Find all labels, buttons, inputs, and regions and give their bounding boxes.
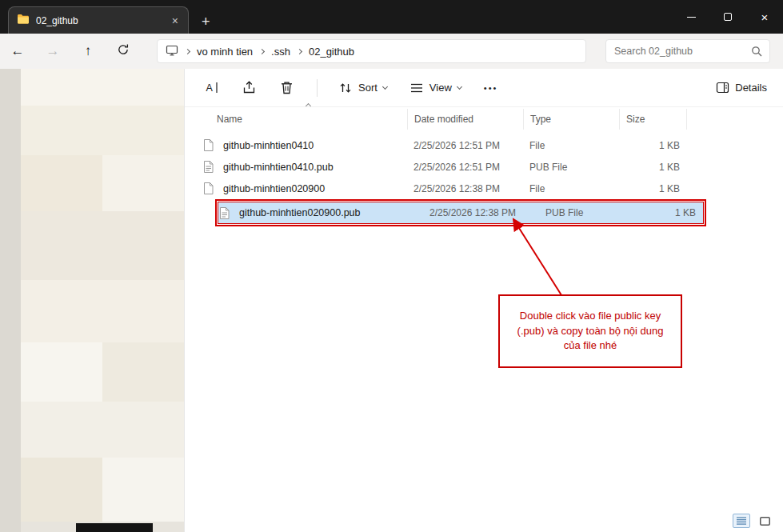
- column-header-date-modified[interactable]: Date modified: [407, 109, 523, 130]
- back-button[interactable]: ←: [0, 43, 35, 59]
- details-view-icon: [737, 517, 746, 525]
- view-icon: [409, 82, 424, 94]
- share-button[interactable]: [242, 80, 257, 95]
- column-header-end-divider: [686, 109, 693, 130]
- view-label: View: [429, 82, 452, 94]
- delete-button[interactable]: [279, 80, 294, 95]
- column-header-type[interactable]: Type: [523, 109, 619, 130]
- refresh-button[interactable]: [106, 43, 141, 60]
- sort-label: Sort: [358, 82, 378, 94]
- file-name: github-minhtien020900: [222, 183, 407, 194]
- file-type: PUB File: [523, 162, 619, 173]
- chevron-down-icon: [457, 83, 462, 89]
- explorer-content: A Sort View ••• Details: [184, 69, 783, 532]
- navigation-bar: ← → ↑ vo minh tien .ssh 02_github: [0, 34, 783, 69]
- file-size: 1 KB: [619, 162, 686, 173]
- table-row-selected[interactable]: github-minhtien020900.pub 2/25/2026 12:3…: [218, 202, 703, 223]
- trash-icon: [279, 80, 294, 95]
- search-box: [605, 39, 770, 63]
- more-options-button[interactable]: •••: [484, 83, 498, 93]
- maximize-button[interactable]: [709, 0, 746, 34]
- svg-text:A: A: [206, 82, 214, 94]
- refresh-icon: [117, 43, 130, 56]
- large-icons-view-toggle[interactable]: [756, 514, 773, 528]
- file-size: 1 KB: [635, 207, 702, 218]
- taskbar-fragment: [76, 523, 153, 532]
- file-list: github-minhtien0410 2/25/2026 12:51 PM F…: [185, 134, 783, 226]
- file-name: github-minhtien0410.pub: [222, 162, 407, 173]
- column-header-row: Name Date modified Type Size: [185, 109, 783, 130]
- table-row[interactable]: github-minhtien020900 2/25/2026 12:38 PM…: [202, 178, 686, 199]
- minimize-button[interactable]: [673, 0, 709, 34]
- tab-title: 02_github: [36, 15, 170, 26]
- breadcrumb-item-user[interactable]: vo minh tien: [190, 46, 260, 58]
- file-icon: [202, 182, 222, 195]
- file-date-modified: 2/25/2026 12:38 PM: [423, 207, 539, 218]
- file-icon: [202, 138, 222, 152]
- desktop-background: [0, 69, 184, 532]
- document-icon: [202, 160, 222, 174]
- screen: 02_github × + × ← → ↑ vo minh tien .ssh …: [0, 0, 783, 532]
- details-label: Details: [735, 82, 767, 94]
- large-icons-view-icon: [760, 517, 770, 526]
- toolbar-divider: [317, 79, 318, 97]
- sort-button[interactable]: Sort: [338, 82, 387, 94]
- document-icon: [218, 206, 238, 220]
- share-icon: [242, 80, 257, 95]
- file-name: github-minhtien020900.pub: [238, 207, 423, 218]
- table-row[interactable]: github-minhtien0410 2/25/2026 12:51 PM F…: [202, 134, 686, 156]
- up-button[interactable]: ↑: [70, 43, 106, 59]
- file-name: github-minhtien0410: [222, 140, 407, 151]
- annotation-highlight-inner-box: github-minhtien020900.pub 2/25/2026 12:3…: [218, 202, 704, 224]
- details-pane-button[interactable]: Details: [716, 82, 767, 94]
- file-date-modified: 2/25/2026 12:51 PM: [407, 162, 523, 173]
- rename-icon: A: [204, 80, 219, 95]
- file-date-modified: 2/25/2026 12:51 PM: [407, 140, 523, 151]
- breadcrumb-item-ssh[interactable]: .ssh: [264, 46, 298, 58]
- chevron-down-icon: [382, 83, 388, 89]
- close-button[interactable]: ×: [746, 0, 783, 34]
- forward-button[interactable]: →: [35, 43, 70, 59]
- column-header-name[interactable]: Name: [202, 109, 407, 130]
- search-icon: [751, 46, 762, 60]
- details-view-toggle[interactable]: [733, 514, 750, 528]
- statusbar-view-toggles: [733, 514, 773, 528]
- titlebar: 02_github × + ×: [0, 0, 783, 34]
- file-size: 1 KB: [619, 183, 686, 194]
- annotation-highlight-box: github-minhtien020900.pub 2/25/2026 12:3…: [215, 199, 706, 226]
- view-button[interactable]: View: [409, 82, 461, 94]
- minimize-icon: [687, 17, 696, 18]
- file-type: File: [523, 183, 619, 194]
- column-header-size[interactable]: Size: [619, 109, 686, 130]
- rename-button[interactable]: A: [204, 80, 219, 95]
- this-pc-icon: [166, 45, 178, 58]
- annotation-text: Double click vào file public key (.pub) …: [510, 309, 670, 354]
- details-pane-icon: [716, 82, 729, 94]
- folder-icon: [17, 14, 30, 27]
- file-type: File: [523, 140, 619, 151]
- breadcrumb-item-02-github[interactable]: 02_github: [302, 46, 362, 58]
- file-type: PUB File: [539, 207, 635, 218]
- table-row[interactable]: github-minhtien0410.pub 2/25/2026 12:51 …: [202, 156, 686, 178]
- close-icon: ×: [761, 10, 769, 24]
- sort-icon: [338, 82, 353, 94]
- file-size: 1 KB: [619, 140, 686, 151]
- annotation-callout: Double click vào file public key (.pub) …: [498, 294, 682, 368]
- explorer-tab[interactable]: 02_github ×: [8, 6, 189, 34]
- tab-close-icon[interactable]: ×: [170, 14, 180, 27]
- file-date-modified: 2/25/2026 12:38 PM: [407, 183, 523, 194]
- maximize-icon: [724, 13, 732, 21]
- command-bar: A Sort View ••• Details: [185, 69, 783, 107]
- search-input[interactable]: [606, 40, 769, 62]
- new-tab-button[interactable]: +: [202, 14, 210, 29]
- breadcrumb: vo minh tien .ssh 02_github: [157, 39, 586, 63]
- window-controls: ×: [673, 0, 783, 34]
